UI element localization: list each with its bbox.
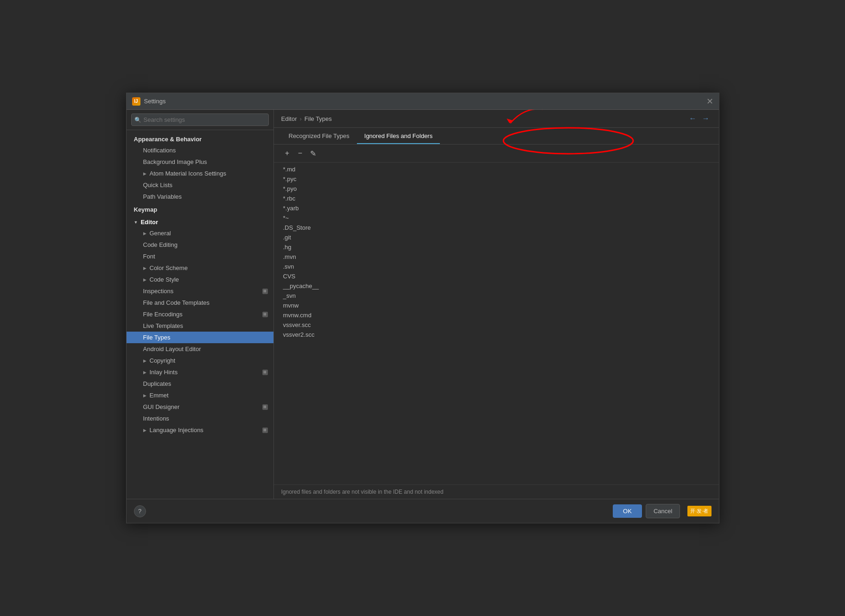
settings-window: IJ Settings ✕ 🔍 Appearance & Behavior No… [126, 93, 719, 523]
list-item[interactable]: *.pyc [281, 174, 712, 184]
close-icon[interactable]: ✕ [706, 96, 713, 107]
search-input[interactable] [131, 113, 269, 126]
inlay-hints-label: Inlay Hints [150, 369, 178, 376]
list-item[interactable]: _svn [281, 291, 712, 301]
list-item[interactable]: .hg [281, 242, 712, 252]
language-injections-expand-icon: ▶ [143, 428, 146, 433]
sidebar-section-appearance[interactable]: Appearance & Behavior [127, 132, 273, 145]
android-layout-editor-label: Android Layout Editor [143, 346, 201, 352]
editor-expand-icon: ▼ [134, 220, 138, 225]
cancel-button[interactable]: Cancel [646, 504, 680, 518]
window-title: Settings [144, 98, 706, 105]
sidebar-item-gui-designer[interactable]: GUI Designer ⊞ [127, 401, 273, 413]
editor-label: Editor [140, 219, 158, 226]
ok-button[interactable]: OK [613, 504, 642, 518]
list-item[interactable]: mvnw [281, 301, 712, 310]
atom-material-expand-icon: ▶ [143, 171, 146, 176]
gui-designer-label: GUI Designer [143, 403, 180, 410]
edit-icon: ✎ [310, 149, 316, 158]
add-icon: + [285, 149, 289, 157]
sidebar-item-code-style[interactable]: ▶ Code Style [127, 274, 273, 285]
sidebar-item-atom-material[interactable]: ▶ Atom Material Icons Settings [127, 168, 273, 179]
list-item[interactable]: *~ [281, 213, 712, 223]
emmet-label: Emmet [150, 392, 169, 399]
ignored-files-list: *.md*.pyc*.pyo*.rbc*.yarb*~.DS_Store.git… [274, 163, 719, 484]
breadcrumb-separator: › [299, 115, 301, 122]
sidebar-item-language-injections[interactable]: ▶ Language Injections ⊞ [127, 424, 273, 436]
nav-back-icon[interactable]: ← [687, 114, 699, 123]
list-item[interactable]: CVS [281, 271, 712, 281]
sidebar-item-file-encodings[interactable]: File Encodings ⊞ [127, 308, 273, 320]
list-item[interactable]: *.md [281, 164, 712, 174]
sidebar-item-code-editing[interactable]: Code Editing [127, 239, 273, 251]
file-list-toolbar: + − ✎ [274, 145, 719, 163]
sidebar-section-editor[interactable]: ▼ Editor [127, 215, 273, 227]
sidebar-item-quick-lists[interactable]: Quick Lists [127, 179, 273, 191]
sidebar-item-inlay-hints[interactable]: ▶ Inlay Hints ⊞ [127, 366, 273, 378]
tabs-bar: Recognized File Types Ignored Files and … [274, 128, 719, 145]
list-item[interactable]: vssver2.scc [281, 330, 712, 339]
remove-icon: − [298, 149, 302, 157]
edit-button[interactable]: ✎ [307, 147, 319, 159]
sidebar-item-font[interactable]: Font [127, 251, 273, 262]
file-code-templates-label: File and Code Templates [143, 299, 210, 306]
list-item[interactable]: .DS_Store [281, 223, 712, 233]
list-item[interactable]: __pycache__ [281, 281, 712, 291]
list-item[interactable]: *.rbc [281, 194, 712, 203]
breadcrumb-bar: Editor › File Types ← → [274, 110, 719, 128]
emmet-expand-icon: ▶ [143, 393, 146, 398]
watermark: 开·发·者 [687, 506, 711, 516]
nav-forward-icon[interactable]: → [700, 114, 712, 123]
sidebar-section-keymap[interactable]: Keymap [127, 202, 273, 215]
list-item[interactable]: *.yarb [281, 203, 712, 213]
sidebar-item-file-types[interactable]: File Types [127, 332, 273, 343]
sidebar-item-general[interactable]: ▶ General [127, 227, 273, 239]
help-button[interactable]: ? [134, 505, 146, 517]
live-templates-label: Live Templates [143, 322, 183, 329]
keymap-label: Keymap [134, 206, 158, 213]
sidebar-item-copyright[interactable]: ▶ Copyright [127, 355, 273, 366]
nav-arrows: ← → [687, 114, 712, 123]
title-bar: IJ Settings ✕ [127, 93, 719, 110]
code-style-label: Code Style [150, 276, 179, 283]
tab-ignored-files-and-folders[interactable]: Ignored Files and Folders [357, 128, 440, 144]
status-text: Ignored files and folders are not visibl… [281, 489, 444, 495]
tab-recognized-file-types[interactable]: Recognized File Types [281, 128, 357, 144]
list-item[interactable]: .svn [281, 262, 712, 271]
sidebar-item-inspections[interactable]: Inspections ⊞ [127, 285, 273, 297]
list-item[interactable]: .git [281, 233, 712, 242]
sidebar-item-color-scheme[interactable]: ▶ Color Scheme [127, 262, 273, 274]
color-scheme-label: Color Scheme [150, 264, 188, 271]
intentions-label: Intentions [143, 415, 169, 422]
background-image-label: Background Image Plus [143, 158, 207, 165]
list-item[interactable]: *.pyo [281, 184, 712, 194]
app-icon: IJ [132, 97, 140, 106]
sidebar-item-android-layout-editor[interactable]: Android Layout Editor [127, 343, 273, 355]
status-bar: Ignored files and folders are not visibl… [274, 484, 719, 499]
sidebar-item-emmet[interactable]: ▶ Emmet [127, 390, 273, 401]
color-scheme-expand-icon: ▶ [143, 266, 146, 270]
sidebar-item-live-templates[interactable]: Live Templates [127, 320, 273, 332]
general-expand-icon: ▶ [143, 231, 146, 236]
remove-button[interactable]: − [294, 147, 306, 159]
sidebar-item-intentions[interactable]: Intentions [127, 413, 273, 424]
duplicates-label: Duplicates [143, 380, 172, 387]
add-button[interactable]: + [281, 147, 293, 159]
sidebar-item-background-image[interactable]: Background Image Plus [127, 156, 273, 168]
notifications-label: Notifications [143, 147, 176, 154]
sidebar-item-duplicates[interactable]: Duplicates [127, 378, 273, 390]
sidebar-item-notifications[interactable]: Notifications [127, 145, 273, 156]
code-editing-label: Code Editing [143, 241, 178, 248]
font-label: Font [143, 253, 155, 260]
sidebar: 🔍 Appearance & Behavior Notifications Ba… [127, 110, 274, 499]
atom-material-label: Atom Material Icons Settings [150, 170, 226, 177]
sidebar-item-file-and-code-templates[interactable]: File and Code Templates [127, 297, 273, 308]
list-item[interactable]: vssver.scc [281, 320, 712, 330]
inspections-badge: ⊞ [262, 289, 268, 294]
tab-recognized-label: Recognized File Types [289, 132, 349, 139]
list-item[interactable]: mvnw.cmd [281, 310, 712, 320]
copyright-expand-icon: ▶ [143, 358, 146, 363]
sidebar-item-path-variables[interactable]: Path Variables [127, 191, 273, 202]
list-item[interactable]: .mvn [281, 252, 712, 262]
breadcrumb-current: File Types [305, 115, 332, 122]
